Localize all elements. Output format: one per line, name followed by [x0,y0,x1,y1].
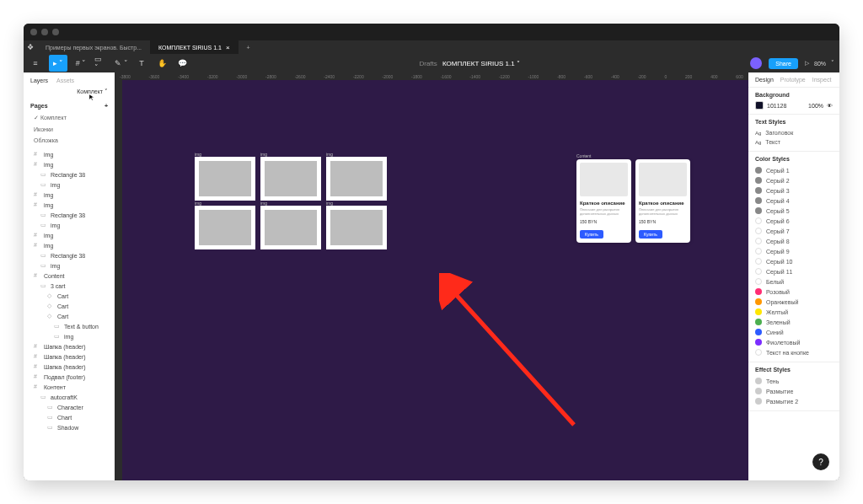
share-button[interactable]: Share [769,58,798,69]
color-style-item[interactable]: Серый 6 [755,216,833,226]
effect-style-item[interactable]: Размытие 2 [755,396,833,406]
avatar[interactable] [750,57,762,69]
color-dot [755,349,762,356]
color-style-item[interactable]: Розовый [755,287,833,297]
layer-row[interactable]: ◇Cart [24,311,115,321]
color-style-item[interactable]: Оранжевый [755,297,833,307]
page-item[interactable]: Иконки [24,124,115,135]
layer-row[interactable]: #Шапка (header) [24,351,115,362]
card-1[interactable]: Краткое описание Описание для раскрытия … [576,159,631,243]
color-style-item[interactable]: Серый 4 [755,196,833,206]
color-style-item[interactable]: Серый 3 [755,185,833,196]
layer-row[interactable]: #img [24,149,115,159]
text-style-item[interactable]: AgТекст [755,137,833,147]
buy-button[interactable]: Купить [639,230,662,239]
text-tool[interactable]: T [135,56,148,70]
file-tab-1[interactable]: КОМПЛЕКТ SIRIUS 1.1 × [150,40,239,54]
effect-style-item[interactable]: Размытие [755,386,833,396]
layer-row[interactable]: #img [24,159,115,169]
layer-row[interactable]: #Content [24,271,115,281]
color-style-item[interactable]: Серый 5 [755,206,833,216]
pen-tool[interactable]: ✎ ˅ [115,56,128,70]
menu-icon[interactable]: ≡ [29,56,42,70]
layer-row[interactable]: ▭img [24,180,115,190]
color-style-item[interactable]: Серый 1 [755,165,833,175]
bg-opacity[interactable]: 100% [808,103,823,109]
bg-swatch[interactable] [755,101,764,110]
color-style-item[interactable]: Серый 11 [755,266,833,276]
layer-row[interactable]: ▭img [24,220,115,230]
tab-inspect[interactable]: Inspect [812,77,832,83]
layer-row[interactable]: ▭Rectangle 38 [24,250,115,260]
layer-row[interactable]: #Шапка (header) [24,341,115,351]
layer-row[interactable]: ▭autocraftK [24,392,115,402]
move-tool[interactable]: ▸ ˅ [49,55,67,72]
layer-row[interactable]: #img [24,190,115,200]
figma-logo[interactable]: ❖ [24,40,37,54]
layer-icon: ▭ [40,212,47,218]
comment-tool[interactable]: 💬 [175,56,189,70]
zoom-display[interactable]: 80% [814,61,826,67]
color-style-item[interactable]: Синий [755,327,833,337]
buy-button[interactable]: Купить [580,230,603,239]
layer-row[interactable]: ▭img [24,331,115,341]
color-style-item[interactable]: Серый 9 [755,246,833,256]
layer-row[interactable]: ▭3 cart [24,281,115,291]
tab-layers[interactable]: Layers [30,78,48,83]
layer-row[interactable]: #Шапка (header) [24,362,115,372]
ruler-tick: -2000 [382,74,393,79]
color-style-item[interactable]: Текст на кнопке [755,347,833,357]
card-2[interactable]: Краткое описание Описание для раскрытия … [635,159,690,243]
bg-hex[interactable]: 101128 [767,103,786,109]
layer-row[interactable]: ◇Cart [24,301,115,311]
visibility-icon[interactable]: 👁 [827,103,833,109]
color-style-item[interactable]: Серый 8 [755,236,833,246]
present-button[interactable]: ▷ [805,60,809,67]
layer-row[interactable]: #Подвал (footer) [24,372,115,382]
color-style-item[interactable]: Фиолетовый [755,337,833,347]
add-page-button[interactable]: + [105,103,108,109]
layer-row[interactable]: #img [24,240,115,250]
text-style-item[interactable]: AgЗаголовок [755,128,833,137]
canvas[interactable]: -3800-3600-3400-3200-3000-2800-2600-2400… [115,72,748,480]
layer-row[interactable]: ▭Character [24,402,115,412]
layer-name: Shadow [57,425,78,431]
effect-style-item[interactable]: Тень [755,376,833,386]
window-controls[interactable] [24,24,839,40]
new-tab-button[interactable]: + [239,40,259,54]
layer-row[interactable]: #img [24,200,115,210]
file-tab-0[interactable]: Примеры первых экранов. Быстр... [37,40,150,54]
chevron-down-icon[interactable]: ˅ [831,60,834,67]
breadcrumb[interactable]: Drafts КОМПЛЕКТ SIRIUS 1.1 ˅ [196,60,743,67]
page-item[interactable]: Комплект [24,112,115,124]
layer-row[interactable]: #Контент [24,382,115,392]
color-style-item[interactable]: Серый 10 [755,256,833,266]
max-dot[interactable] [52,29,59,35]
layer-row[interactable]: ▭Shadow [24,422,115,432]
frame-tool[interactable]: # ˅ [74,56,88,70]
layer-row[interactable]: ▭Rectangle 38 [24,169,115,180]
color-style-item[interactable]: Желтый [755,307,833,317]
hand-tool[interactable]: ✋ [155,56,169,70]
layer-row[interactable]: #img [24,230,115,240]
close-icon[interactable]: × [226,44,230,51]
tab-prototype[interactable]: Prototype [780,77,806,83]
tab-assets[interactable]: Assets [56,78,74,83]
min-dot[interactable] [41,29,48,35]
layer-icon: ▭ [54,323,61,330]
layer-row[interactable]: ◇Cart [24,291,115,301]
help-button[interactable]: ? [812,453,829,470]
color-style-item[interactable]: Белый [755,276,833,287]
page-item[interactable]: Обложка [24,135,115,146]
layer-row[interactable]: ▭Chart [24,412,115,422]
layer-row[interactable]: ▭Text & button [24,321,115,331]
layer-row[interactable]: ▭img [24,260,115,271]
annotation-arrow [439,273,582,442]
color-style-item[interactable]: Серый 7 [755,226,833,236]
color-style-item[interactable]: Серый 2 [755,175,833,185]
color-style-item[interactable]: Зеленый [755,317,833,327]
shape-tool[interactable]: ▭ ˅ [94,56,108,70]
layer-row[interactable]: ▭Rectangle 38 [24,210,115,220]
close-dot[interactable] [30,29,37,35]
tab-design[interactable]: Design [755,77,774,83]
